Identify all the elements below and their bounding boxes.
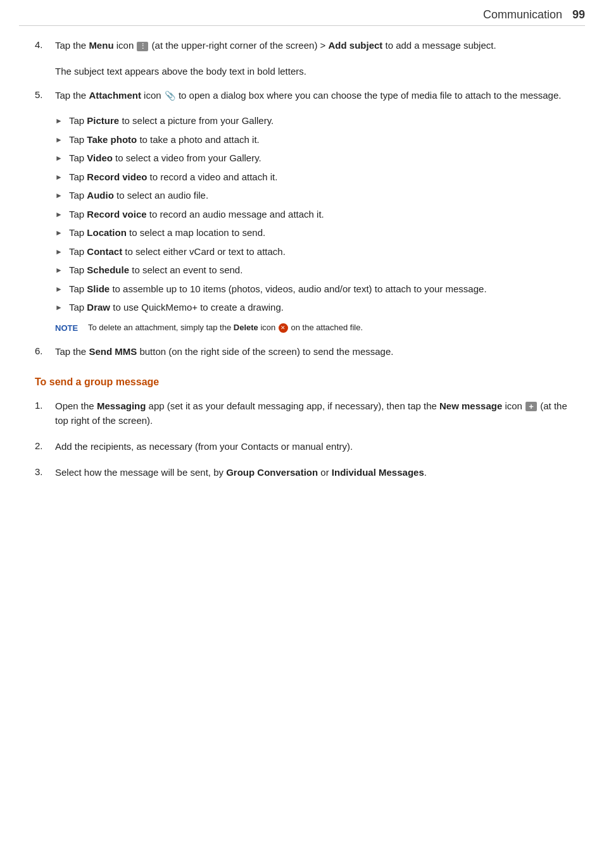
bullet-recordvoice: ► Tap Record voice to record an audio me…: [55, 208, 569, 222]
bullet-slide: ► Tap Slide to assemble up to 10 items (…: [55, 282, 569, 297]
step-6: 6. Tap the Send MMS button (on the right…: [35, 344, 569, 359]
bullet-recordvideo-text: Tap Record video to record a video and a…: [69, 170, 569, 185]
step-4-text: Tap the Menu icon ⋮ (at the upper-right …: [55, 38, 569, 53]
bullet-arrow: ►: [55, 245, 69, 257]
main-content: 4. Tap the Menu icon ⋮ (at the upper-rig…: [0, 0, 604, 517]
page-header: Communication 99: [483, 6, 585, 23]
bullet-arrow: ►: [55, 282, 69, 295]
bullet-takephoto-text: Tap Take photo to take a photo and attac…: [69, 133, 569, 147]
bullet-arrow: ►: [55, 151, 69, 164]
bullet-slide-text: Tap Slide to assemble up to 10 items (ph…: [69, 282, 569, 297]
note-label: NOTE: [55, 321, 82, 335]
page-container: Communication 99 4. Tap the Menu icon ⋮ …: [0, 0, 604, 868]
bullet-draw: ► Tap Draw to use QuickMemo+ to create a…: [55, 301, 569, 315]
page-number: 99: [572, 6, 585, 23]
bullet-picture-text: Tap Picture to select a picture from you…: [69, 114, 569, 128]
group-step-2-number: 2.: [35, 439, 55, 454]
bullet-contact-text: Tap Contact to select either vCard or te…: [69, 245, 569, 259]
bullet-video: ► Tap Video to select a video from your …: [55, 151, 569, 166]
group-step-3-number: 3.: [35, 465, 55, 480]
bullet-picture: ► Tap Picture to select a picture from y…: [55, 114, 569, 128]
note-text: To delete an attachment, simply tap the …: [88, 321, 363, 334]
bullet-audio: ► Tap Audio to select an audio file.: [55, 189, 569, 203]
bullet-draw-text: Tap Draw to use QuickMemo+ to create a d…: [69, 301, 569, 315]
bullet-video-text: Tap Video to select a video from your Ga…: [69, 151, 569, 166]
attachment-icon: 📎: [165, 89, 175, 103]
group-step-2: 2. Add the recipients, as necessary (fro…: [35, 439, 569, 454]
step-4-number: 4.: [35, 38, 55, 53]
step-5-number: 5.: [35, 88, 55, 102]
bullet-arrow: ►: [55, 208, 69, 220]
bullet-location-text: Tap Location to select a map location to…: [69, 226, 569, 240]
group-section-heading: To send a group message: [35, 375, 569, 390]
bullet-arrow: ►: [55, 301, 69, 313]
group-step-1: 1. Open the Messaging app (set it as you…: [35, 399, 569, 428]
group-step-2-text: Add the recipients, as necessary (from y…: [55, 439, 569, 454]
bullet-arrow: ►: [55, 189, 69, 201]
group-step-1-number: 1.: [35, 399, 55, 413]
step-6-number: 6.: [35, 344, 55, 359]
bullet-contact: ► Tap Contact to select either vCard or …: [55, 245, 569, 259]
bullet-schedule: ► Tap Schedule to select an event to sen…: [55, 263, 569, 278]
bullet-recordvoice-text: Tap Record voice to record an audio mess…: [69, 208, 569, 222]
bullet-location: ► Tap Location to select a map location …: [55, 226, 569, 240]
bullet-recordvideo: ► Tap Record video to record a video and…: [55, 170, 569, 185]
bullet-arrow: ►: [55, 114, 69, 127]
attachment-bullet-list: ► Tap Picture to select a picture from y…: [55, 114, 569, 315]
step-4: 4. Tap the Menu icon ⋮ (at the upper-rig…: [35, 38, 569, 53]
bullet-schedule-text: Tap Schedule to select an event to send.: [69, 263, 569, 278]
bullet-arrow: ►: [55, 170, 69, 183]
step-4-subnote: The subject text appears above the body …: [55, 64, 569, 78]
step-6-text: Tap the Send MMS button (on the right si…: [55, 344, 569, 359]
bullet-audio-text: Tap Audio to select an audio file.: [69, 189, 569, 203]
bullet-arrow: ►: [55, 133, 69, 146]
step-5: 5. Tap the Attachment icon 📎 to open a d…: [35, 88, 569, 103]
newmessage-icon: +: [525, 402, 537, 411]
chapter-title: Communication: [483, 6, 562, 23]
step-5-text: Tap the Attachment icon 📎 to open a dial…: [55, 88, 569, 103]
bullet-arrow: ►: [55, 263, 69, 276]
top-rule: [19, 25, 585, 26]
bullet-arrow: ►: [55, 226, 69, 239]
group-step-3: 3. Select how the message will be sent, …: [35, 465, 569, 480]
bullet-takephoto: ► Tap Take photo to take a photo and att…: [55, 133, 569, 147]
menu-icon: ⋮: [137, 42, 148, 51]
group-step-1-text: Open the Messaging app (set it as your d…: [55, 399, 569, 428]
delete-icon: ✕: [279, 323, 288, 333]
note-delete: NOTE To delete an attachment, simply tap…: [55, 321, 549, 335]
group-step-3-text: Select how the message will be sent, by …: [55, 465, 569, 480]
